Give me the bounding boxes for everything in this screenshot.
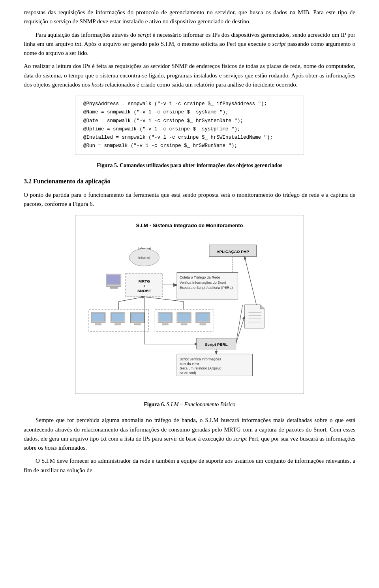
diagram-figure-6: S.I.M - Sistema Integrado de Monitoramen… (75, 215, 304, 394)
svg-line-61 (236, 305, 243, 344)
hosts-italic-1: hosts (92, 81, 104, 88)
svg-line-58 (236, 317, 245, 344)
svg-rect-32 (178, 313, 190, 321)
code-block: @PhysAddress = snmpwalk ("-v 1 -c crsinp… (75, 96, 304, 155)
figure-5-caption: Figura 5. Comandos utilizados para obter… (24, 161, 355, 170)
svg-text:Script PERL: Script PERL (205, 342, 228, 346)
svg-text:Gera um relatório (Arquivo: Gera um relatório (Arquivo (180, 366, 221, 370)
svg-rect-10 (107, 275, 120, 284)
svg-rect-22 (112, 313, 124, 321)
figure-5-caption-bold: Figura 5. (97, 162, 118, 168)
svg-rect-25 (131, 313, 144, 321)
script-italic-2: script (272, 41, 286, 47)
diagram-body: Internet Internet APLICAÇÃO PHP MRTG + S… (79, 236, 300, 386)
svg-text:Executa o Script Auditoria (PE: Executa o Script Auditoria (PERL) (180, 286, 233, 290)
svg-text:txt ou xml): txt ou xml) (180, 371, 196, 375)
svg-rect-19 (92, 313, 105, 321)
figure-6-caption-bold: Figura 6. (144, 401, 165, 407)
svg-rect-26 (135, 324, 141, 325)
figure-6-caption-text: S.I.M – Funcionamento Básico (165, 401, 235, 407)
svg-rect-29 (159, 313, 171, 321)
code-line-5: @Installed = snmpwalk ("-v 1 -c crsinpe … (83, 134, 296, 142)
paragraph-4: O ponto de partida para o funcionamento … (24, 190, 355, 209)
svg-text:Coleta o Tráfego da Rede: Coleta o Tráfego da Rede (180, 275, 220, 279)
section-heading-3-2: 3.2 Funcionamento da aplicação (24, 177, 355, 187)
svg-text:APLICAÇÃO PHP: APLICAÇÃO PHP (216, 249, 249, 253)
paragraph-5: Sempre que for percebida alguma anomalia… (24, 416, 355, 452)
svg-line-59 (245, 256, 257, 305)
svg-rect-20 (95, 324, 101, 325)
svg-line-39 (119, 297, 144, 302)
diagram-title: S.I.M - Sistema Integrado de Monitoramen… (79, 222, 300, 230)
code-line-6: @Run = snmpwalk ("-v 1 -c crsinpe $_ hrS… (83, 142, 296, 150)
paragraph-1: respostas das requisições de informações… (24, 8, 355, 26)
svg-rect-35 (197, 313, 209, 321)
paragraph-2: Para aquisição das informações através d… (24, 30, 355, 58)
svg-text:Internet: Internet (138, 256, 150, 260)
svg-rect-23 (115, 324, 121, 325)
svg-marker-43 (260, 305, 264, 309)
code-line-3: @Date = snmpwalk ("-v 1 -c crsinpe $_ hr… (83, 117, 296, 125)
figure-6-caption: Figura 6. S.I.M – Funcionamento Básico (24, 400, 355, 409)
paragraph-6: O S.I.M deve fornecer ao administrador d… (24, 456, 355, 475)
svg-rect-36 (200, 324, 206, 325)
svg-text:MRTG: MRTG (139, 279, 150, 283)
svg-text:Script verifica informações: Script verifica informações (180, 357, 221, 361)
svg-rect-30 (162, 324, 168, 325)
svg-rect-33 (181, 324, 187, 325)
code-line-4: @UpTime = snmpwalk ("-v 1 -c crsinpe $_ … (83, 125, 296, 134)
paragraph-3: Ao realizar a leitura dos IPs é feita as… (24, 62, 355, 89)
svg-text:+: + (143, 284, 146, 288)
script-italic-1: script (138, 32, 151, 38)
figure-5-caption-text: Comandos utilizados para obter informaçõ… (118, 162, 282, 168)
svg-text:Verifica Informações do Snort: Verifica Informações do Snort (180, 281, 226, 285)
code-line-1: @PhysAddress = snmpwalk ("-v 1 -c crsinp… (83, 100, 296, 108)
svg-rect-11 (110, 287, 118, 289)
svg-text:SNORT: SNORT (137, 288, 151, 293)
svg-text:MIB do Host: MIB do Host (180, 362, 199, 366)
script-italic-3: script (233, 435, 247, 442)
diagram-svg: Internet Internet APLICAÇÃO PHP MRTG + S… (79, 236, 300, 386)
hosts-italic-2: hosts (45, 445, 57, 451)
code-line-2: @Name = snmpwalk ("-v 1 -c crsinpe $_ sy… (83, 108, 296, 117)
